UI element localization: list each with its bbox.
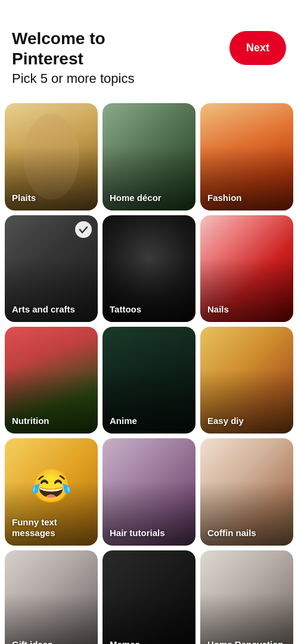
header-title: Welcome to Pinterest Pick 5 or more topi… [12,29,134,86]
tile-emoji-funnytextmessages: 😂 [30,466,72,506]
tile-label-nails: Nails [207,304,229,315]
topics-grid: PlaitsHome décorFashionArts and craftsTa… [0,98,298,644]
tile-homerenovation[interactable]: Home Renovation [200,550,293,644]
tile-label-nutrition: Nutrition [12,416,49,426]
tile-artsandcrafts[interactable]: Arts and crafts [5,215,98,322]
header: Welcome to Pinterest Pick 5 or more topi… [0,0,298,98]
tile-hairtutorials[interactable]: Hair tutorials [103,438,195,545]
tile-label-hairtutorials: Hair tutorials [110,528,165,538]
tile-label-fashion: Fashion [207,193,242,203]
tile-label-tattoos: Tattoos [110,304,141,315]
checkmark-artsandcrafts [75,221,92,238]
tile-funnytextmessages[interactable]: 😂Funny text messages [5,438,98,545]
tile-label-anime: Anime [110,416,137,426]
tile-overlay-giftideas [5,550,98,644]
tile-tattoos[interactable]: Tattoos [103,215,195,322]
tile-coffinnails[interactable]: Coffin nails [200,438,293,545]
tile-nails[interactable]: Nails [200,215,293,322]
tile-label-homerenovation: Home Renovation [207,639,284,644]
tile-homedecor[interactable]: Home décor [103,103,195,210]
next-button[interactable]: Next [229,31,286,65]
tile-easydiy[interactable]: Easy diy [200,327,293,434]
tile-anime[interactable]: Anime [103,327,195,434]
tile-label-easydiy: Easy diy [207,416,244,426]
tile-memes[interactable]: Memes [103,550,195,644]
tile-label-giftideas: Gift ideas [12,639,52,644]
tile-label-funnytextmessages: Funny text messages [12,517,98,538]
tile-nutrition[interactable]: Nutrition [5,327,98,434]
tile-label-plaits: Plaits [12,193,36,203]
tile-label-artsandcrafts: Arts and crafts [12,304,75,315]
title-line1: Welcome to [12,29,105,48]
tile-fashion[interactable]: Fashion [200,103,293,210]
tile-label-coffinnails: Coffin nails [207,528,256,538]
tile-label-memes: Memes [110,639,140,644]
tile-overlay-memes [103,550,195,644]
tile-giftideas[interactable]: Gift ideas [5,550,98,644]
tile-plaits[interactable]: Plaits [5,103,98,210]
tile-overlay-homerenovation [200,550,293,644]
tile-label-homedecor: Home décor [110,193,162,203]
subtitle: Pick 5 or more topics [12,71,134,86]
title-line2: Pinterest [12,49,83,68]
